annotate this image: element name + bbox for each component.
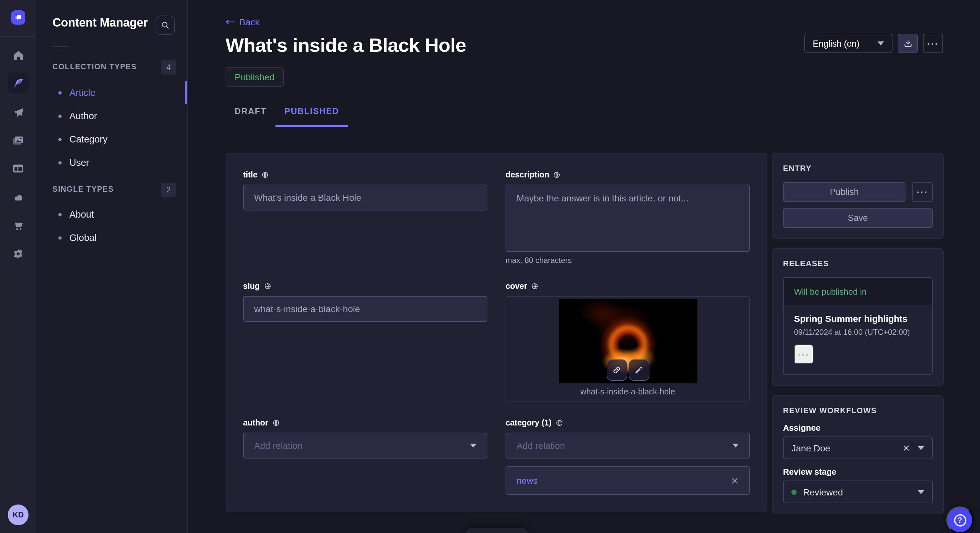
rail-bottom-divider (0, 497, 36, 497)
chevron-down-icon (732, 444, 739, 447)
more-icon: ··· (916, 187, 928, 197)
chevron-down-icon (918, 446, 924, 450)
main-nav-rail: KD (0, 0, 36, 533)
remove-relation-icon[interactable]: ✕ (731, 476, 739, 485)
rail-divider (0, 36, 36, 37)
sidebar-item-home[interactable] (8, 45, 29, 65)
locale-globe-icon (261, 171, 269, 179)
stage-status-dot (791, 489, 797, 495)
bullet-icon (58, 138, 62, 141)
copy-link-button[interactable] (606, 359, 627, 381)
sidebar-item-releases[interactable] (8, 102, 29, 123)
pencil-icon (634, 365, 644, 375)
locale-select[interactable]: English (en) (804, 34, 892, 53)
cover-label: cover (506, 282, 527, 291)
clear-assignee-icon[interactable]: ✕ (902, 443, 910, 452)
sidebar-item-content-manager[interactable] (8, 73, 29, 93)
bullet-icon (58, 161, 62, 164)
save-button[interactable]: Save (783, 208, 933, 228)
section-collection-types: COLLECTION TYPES (52, 63, 137, 71)
tab-published[interactable]: PUBLISHED (275, 97, 348, 127)
release-more-button[interactable]: ··· (794, 344, 813, 364)
content-manager-icon (12, 77, 24, 89)
sidebar-item-marketplace[interactable] (8, 215, 29, 236)
sidebar-item-deploy[interactable] (8, 187, 29, 208)
field-description: description Maybe the answer is in this … (506, 170, 750, 265)
category-relation-select[interactable]: Add relation (506, 433, 750, 458)
strapi-logo-icon (13, 12, 23, 23)
search-icon (160, 20, 170, 30)
entry-form-panel: title What's inside a Black Hole descrip… (226, 153, 767, 512)
category-label: category (1) (506, 418, 552, 427)
subnav-item-global[interactable]: Global (36, 226, 188, 249)
search-button[interactable] (156, 16, 175, 35)
collection-types-count: 4 (161, 60, 176, 75)
review-stage-select[interactable]: Reviewed (783, 481, 933, 503)
field-cover: cover (506, 282, 750, 401)
active-item-indicator (185, 81, 187, 104)
title-input[interactable]: What's inside a Black Hole (243, 185, 487, 211)
sidebar-item-content-type-builder[interactable] (8, 158, 29, 179)
status-badge: Published (226, 67, 283, 87)
sidebar-item-settings[interactable] (8, 244, 29, 264)
bullet-icon (58, 213, 62, 216)
help-button[interactable]: ? (946, 506, 974, 533)
version-tabs: DRAFT PUBLISHED (226, 97, 348, 127)
publish-button[interactable]: Publish (783, 182, 905, 202)
header-actions: English (en) ··· (804, 34, 943, 53)
subnav-item-user[interactable]: User (36, 151, 188, 174)
subnav-item-category[interactable]: Category (36, 128, 188, 151)
description-textarea[interactable]: Maybe the answer is in this article, or … (506, 185, 750, 252)
relation-link[interactable]: news (517, 475, 731, 486)
tab-draft[interactable]: DRAFT (226, 97, 275, 127)
author-label: author (243, 418, 268, 427)
layout-icon (12, 162, 25, 175)
bullet-icon (58, 114, 62, 117)
strapi-logo[interactable] (11, 10, 25, 25)
entry-more-button[interactable]: ··· (912, 182, 933, 202)
cloud-icon (12, 191, 25, 204)
edit-media-button[interactable] (628, 359, 649, 381)
description-hint: max. 80 characters (506, 256, 750, 265)
scrolled-panel-peek (465, 528, 528, 533)
sidebar-item-media-library[interactable] (8, 130, 29, 151)
subnav-divider (52, 46, 68, 47)
slug-label: slug (243, 282, 259, 291)
subnav-item-author[interactable]: Author (36, 104, 188, 128)
title-label: title (243, 170, 257, 179)
review-workflows-heading: REVIEW WORKFLOWS (783, 406, 933, 415)
entry-panel: ENTRY Publish ··· Save (772, 153, 944, 239)
subnav-title: Content Manager (52, 16, 148, 30)
locale-globe-icon (272, 419, 280, 427)
more-icon: ··· (798, 349, 810, 359)
locale-globe-icon (553, 171, 561, 179)
review-stage-label: Review stage (783, 467, 933, 477)
release-date: 09/11/2024 at 16:00 (UTC+02:00) (794, 328, 922, 337)
main-content: ← Back What's inside a Black Hole Publis… (188, 0, 980, 533)
home-icon (12, 49, 24, 61)
locale-globe-icon (555, 419, 563, 427)
assignee-combobox[interactable]: Jane Doe ✕ (783, 436, 933, 459)
field-title: title What's inside a Black Hole (243, 170, 487, 211)
cover-image-black-hole (558, 299, 697, 383)
question-mark-icon: ? (954, 514, 966, 526)
more-options-button[interactable]: ··· (923, 34, 943, 53)
back-arrow-icon: ← (226, 17, 234, 27)
subnav-item-article[interactable]: Article (36, 81, 188, 104)
relation-item-news: news ✕ (506, 466, 750, 495)
download-icon (902, 38, 913, 49)
bullet-icon (58, 91, 62, 94)
slug-input[interactable]: what-s-inside-a-black-hole (243, 296, 487, 322)
field-category: category (1) Add relation news ✕ (506, 418, 750, 495)
export-button[interactable] (898, 34, 918, 53)
releases-heading: RELEASES (783, 259, 933, 268)
subnav-item-about[interactable]: About (36, 203, 188, 226)
back-link[interactable]: ← Back (226, 17, 259, 27)
section-single-types: SINGLE TYPES (52, 185, 114, 193)
cart-icon (12, 219, 25, 232)
author-relation-select[interactable]: Add relation (243, 433, 487, 458)
user-avatar[interactable]: KD (8, 504, 29, 525)
chevron-down-icon (918, 490, 924, 494)
media-library-icon (12, 134, 25, 147)
cover-image-actions (606, 359, 649, 381)
